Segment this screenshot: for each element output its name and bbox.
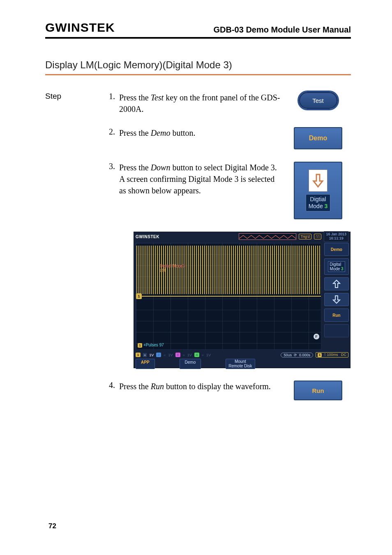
step-text-post: button to display the waveform. <box>164 382 271 391</box>
scope-waveform-area: 1 Digital Mode3 LM F 1+Pulses 97 <box>136 243 321 350</box>
ch3-scale: 1V <box>187 353 192 357</box>
step-text-pre: Press the <box>119 382 151 391</box>
mount-button[interactable]: Mount Remote Disk <box>226 359 255 369</box>
mode-label-text: Digtial <box>310 196 326 202</box>
delay-value: 0.000s <box>299 353 310 357</box>
ch1-scale: 1V <box>149 353 154 357</box>
step-text-key: Down <box>151 163 171 172</box>
side-mode-button[interactable]: Digital Mode 3 <box>324 258 349 275</box>
side-up-button[interactable] <box>324 277 349 290</box>
mode-label: Digtial Mode 3 <box>306 194 331 211</box>
down-mode-button[interactable]: Digtial Mode 3 <box>294 162 342 219</box>
step-text: Press the Run button to display the wave… <box>119 381 285 392</box>
steps-label: Step <box>45 92 107 101</box>
side-blank-button <box>324 324 349 337</box>
pulses-ch-icon: 1 <box>138 343 142 348</box>
bottom-demo-button[interactable]: Demo <box>180 359 201 369</box>
pulses-count: 1+Pulses 97 <box>138 343 164 348</box>
ch1-icon: 1 <box>136 353 141 357</box>
brand-logo: GWINSTEK <box>45 21 115 35</box>
ch4-icon: 4 <box>194 353 199 357</box>
step-number: 3. <box>107 162 119 171</box>
test-button[interactable]: Test <box>299 92 338 109</box>
ch3-icon: 3 <box>175 353 180 357</box>
trig-coupling: DC <box>341 353 346 357</box>
mount-line1: Mount <box>235 359 246 364</box>
step-text-key: Demo <box>151 128 171 137</box>
step-text: Press the Demo button. <box>119 127 285 139</box>
timestamp: 16 Jan 2013 16:11:19 <box>324 231 348 242</box>
signal-icon: ⎍⎍ <box>314 234 321 239</box>
side-demo-button[interactable]: Demo <box>324 243 349 256</box>
step-text-key: Test <box>151 93 164 102</box>
ch2-scale: 1V <box>168 353 173 357</box>
trig-level: 100ms <box>327 353 338 357</box>
side-mode-name: Digital <box>330 262 341 267</box>
step-number: 4. <box>107 381 119 390</box>
step-number: 1. <box>107 92 119 101</box>
mount-line2: Remote Disk <box>228 364 252 368</box>
page-header: GWINSTEK GDB-03 Demo Module User Manual <box>45 21 351 39</box>
waveform-label-mode: Digital Mode3 <box>160 264 185 268</box>
ch2-icon: 2 <box>156 353 161 357</box>
down-arrow-icon <box>309 170 327 192</box>
waveform-baseline <box>136 296 321 297</box>
side-mode-num: 3 <box>341 267 344 271</box>
step-text: Press the Down button to select Digital … <box>119 162 285 196</box>
mode-prefix: Mode <box>309 203 325 209</box>
mini-waveform-icon <box>239 233 296 240</box>
section-title: Display LM(Logic Memory)(Digital Mode 3) <box>45 59 351 75</box>
pulses-text: +Pulses 97 <box>143 343 164 347</box>
demo-button[interactable]: Demo <box>294 127 342 149</box>
scope-side-menu: Demo Digital Mode 3 Run <box>323 241 350 351</box>
page-number: 72 <box>48 522 56 530</box>
waveform-label: Digital Mode3 LM <box>160 264 185 273</box>
f-marker: F <box>314 334 319 339</box>
step-text-pre: Press the <box>119 163 151 172</box>
side-mode-prefix: Mode <box>330 267 341 271</box>
timestamp-time: 16:11:19 <box>326 237 346 241</box>
step-text-key: Run <box>151 382 164 391</box>
mode-number: 3 <box>325 203 328 209</box>
step-text: Press the Test key on the front panel of… <box>119 92 285 115</box>
app-button[interactable]: APP <box>136 359 155 369</box>
step-text-pre: Press the <box>119 128 151 137</box>
scope-bottom-bar: 1= 1V 2=1V 3=1V 4=1V 50us ⟳ 0.000s 1 ⎍ 1… <box>134 351 350 367</box>
trigger-pill: 1 ⎍ 100ms DC <box>316 352 348 358</box>
waveform-label-lm: LM <box>160 268 166 273</box>
side-run-button[interactable]: Run <box>324 309 349 322</box>
scope-brand: GWINSTEK <box>136 235 159 239</box>
step-number: 2. <box>107 127 119 137</box>
step-text-post: button. <box>170 128 195 137</box>
oscilloscope-screenshot: GWINSTEK Trig'd ⎍⎍ 16 Jan 2013 16:11:19 … <box>134 232 350 368</box>
scope-top-bar: GWINSTEK Trig'd ⎍⎍ 16 Jan 2013 16:11:19 <box>134 232 350 241</box>
trig-ch-icon: 1 <box>318 353 322 357</box>
timebase-pill: 50us ⟳ 0.000s <box>281 353 313 358</box>
ch1-marker: 1 <box>136 293 142 299</box>
step-text-pre: Press the <box>119 93 151 102</box>
side-down-button[interactable] <box>324 293 349 306</box>
ch4-scale: 1V <box>206 353 211 357</box>
run-button[interactable]: Run <box>294 381 342 400</box>
trigger-status: Trig'd <box>299 234 312 239</box>
timebase-value: 50us <box>284 353 292 357</box>
doc-title: GDB-03 Demo Module User Manual <box>213 25 351 35</box>
